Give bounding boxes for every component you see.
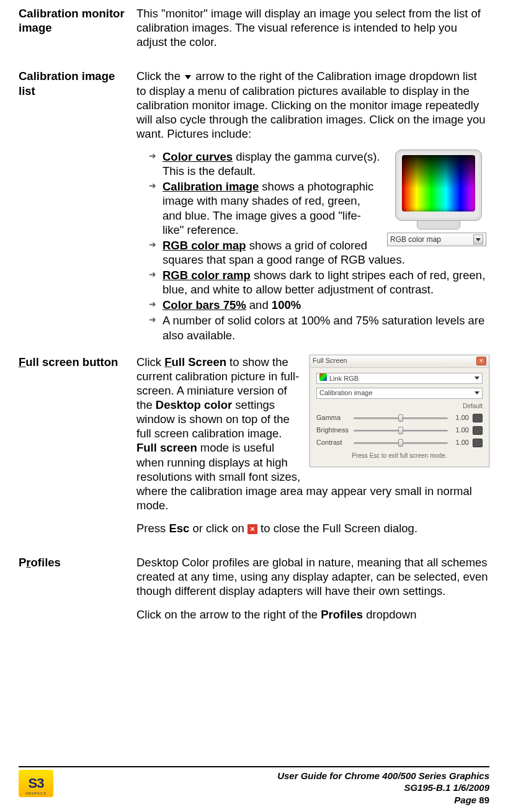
text: Full screen bbox=[136, 441, 197, 454]
text: Profiles bbox=[321, 608, 363, 621]
section-full-screen-button: Full screen button Full Screen × Link RG… bbox=[19, 355, 489, 545]
slider-value: 1.00 bbox=[452, 426, 469, 435]
bullet-term: Color bars 75% bbox=[163, 298, 246, 311]
text: dropdown bbox=[363, 608, 416, 621]
paragraph: Press Esc or click on × to close the Ful… bbox=[136, 521, 489, 535]
bullet-text: and bbox=[246, 298, 272, 311]
list-item: RGB color ramp shows dark to light strip… bbox=[149, 268, 489, 297]
list-item: RGB color map shows a grid of colored sq… bbox=[149, 238, 489, 267]
gamma-slider[interactable] bbox=[354, 414, 448, 422]
text: Click bbox=[136, 355, 164, 368]
brightness-slider[interactable] bbox=[354, 426, 448, 435]
default-label: Default bbox=[316, 403, 483, 411]
text: to close the Full Screen dialog. bbox=[257, 522, 417, 535]
default-swatch[interactable] bbox=[473, 414, 483, 422]
section-label: Calibration monitor image bbox=[19, 6, 136, 58]
label-underline: r bbox=[26, 556, 30, 569]
dialog-footer-text: Press Esc to exit full screen mode. bbox=[316, 452, 483, 460]
s3-logo: S3 GRAPHICS bbox=[19, 770, 53, 797]
bullet-term: RGB color map bbox=[163, 239, 246, 252]
close-icon[interactable]: × bbox=[476, 357, 486, 365]
calibration-image-dropdown[interactable]: Calibration image bbox=[316, 388, 483, 399]
section-calibration-monitor-image: Calibration monitor image This "monitor"… bbox=[19, 6, 489, 58]
dropdown-arrow-icon bbox=[185, 75, 191, 79]
label-rest: ofiles bbox=[31, 556, 61, 569]
section-content: This "monitor" image will display an ima… bbox=[136, 6, 489, 58]
list-item: Color bars 75% and 100% bbox=[149, 298, 489, 312]
section-profiles: Profiles Desktop Color profiles are glob… bbox=[19, 555, 489, 630]
default-swatch[interactable] bbox=[473, 426, 483, 435]
chevron-down-icon bbox=[475, 377, 479, 380]
dialog-titlebar: Full Screen × bbox=[310, 355, 489, 368]
slider-label: Contrast bbox=[316, 439, 350, 447]
contrast-slider[interactable] bbox=[354, 439, 448, 447]
list-item: A number of solid colors at 100% and 75%… bbox=[149, 313, 489, 342]
section-content: Full Screen × Link RGB Calibration image… bbox=[136, 355, 489, 545]
footer-line: User Guide for Chrome 400/500 Series Gra… bbox=[53, 770, 489, 782]
document-page: Calibration monitor image This "monitor"… bbox=[0, 0, 508, 812]
underline-char: F bbox=[164, 355, 171, 368]
gamma-row: Gamma 1.00 bbox=[316, 414, 483, 422]
footer-line: SG195-B.1 1/6/2009 bbox=[53, 782, 489, 794]
label-char: P bbox=[19, 556, 26, 569]
label-rest: ull screen button bbox=[25, 355, 118, 368]
default-swatch[interactable] bbox=[473, 439, 483, 447]
text: Click on the arrow to the right of the bbox=[136, 608, 321, 621]
section-label: Calibration image list bbox=[19, 69, 136, 343]
link-rgb-icon bbox=[319, 373, 327, 381]
slider-label: Gamma bbox=[316, 414, 350, 422]
footer-line: Page 89 bbox=[53, 794, 489, 806]
paragraph: Click the arrow to the right of the Cali… bbox=[136, 69, 489, 141]
chevron-down-icon bbox=[475, 391, 479, 395]
list-item: Color curves display the gamma curve(s).… bbox=[149, 149, 489, 178]
dialog-body: Link RGB Calibration image Default Gamma… bbox=[310, 368, 489, 466]
paragraph: Click on the arrow to the right of the P… bbox=[136, 607, 489, 622]
paragraph: This "monitor" image will display an ima… bbox=[136, 6, 489, 49]
slider-value: 1.00 bbox=[452, 439, 469, 447]
logo-text: S3 bbox=[29, 775, 44, 792]
text: Esc bbox=[169, 522, 189, 535]
brightness-row: Brightness 1.00 bbox=[316, 426, 483, 435]
text: Full Screen bbox=[164, 355, 226, 368]
slider-value: 1.00 bbox=[452, 414, 469, 422]
bullet-term: RGB color ramp bbox=[163, 269, 251, 282]
link-rgb-dropdown[interactable]: Link RGB bbox=[316, 373, 483, 384]
footer-text: User Guide for Chrome 400/500 Series Gra… bbox=[53, 770, 489, 806]
text: Press bbox=[136, 522, 169, 535]
page-number: 89 bbox=[479, 795, 489, 805]
contrast-row: Contrast 1.00 bbox=[316, 439, 483, 447]
slider-label: Brightness bbox=[316, 426, 350, 435]
section-label: Full screen button bbox=[19, 355, 136, 545]
full-screen-dialog-preview: Full Screen × Link RGB Calibration image… bbox=[310, 355, 489, 467]
section-label: Profiles bbox=[19, 555, 136, 630]
text: Click the bbox=[136, 69, 184, 83]
dropdown-value: Link RGB bbox=[329, 375, 359, 382]
bullet-text: A number of solid colors at 100% and 75%… bbox=[163, 314, 484, 341]
section-calibration-image-list: Calibration image list Click the arrow t… bbox=[19, 69, 489, 343]
section-content: Desktop Color profiles are global in nat… bbox=[136, 555, 489, 630]
section-content: Click the arrow to the right of the Cali… bbox=[136, 69, 489, 343]
bullet-term: Calibration image bbox=[163, 180, 259, 193]
text: arrow to the right of the Calibration im… bbox=[136, 69, 485, 140]
list-item: Calibration image shows a photographic i… bbox=[149, 179, 489, 237]
text: Page bbox=[454, 795, 479, 805]
label-underline: F bbox=[19, 355, 25, 368]
text: Desktop color bbox=[156, 398, 232, 411]
text: or click on bbox=[189, 522, 247, 535]
bullet-term: Color curves bbox=[163, 150, 233, 163]
paragraph: Desktop Color profiles are global in nat… bbox=[136, 555, 489, 598]
dialog-title: Full Screen bbox=[313, 357, 347, 365]
dropdown-value: Calibration image bbox=[319, 389, 373, 398]
bullet-term: 100% bbox=[272, 298, 301, 311]
page-footer: S3 GRAPHICS User Guide for Chrome 400/50… bbox=[19, 766, 489, 806]
bullet-area: RGB color map Color curves display the g… bbox=[136, 149, 489, 344]
close-icon: × bbox=[247, 524, 257, 534]
logo-subtext: GRAPHICS bbox=[25, 792, 47, 795]
